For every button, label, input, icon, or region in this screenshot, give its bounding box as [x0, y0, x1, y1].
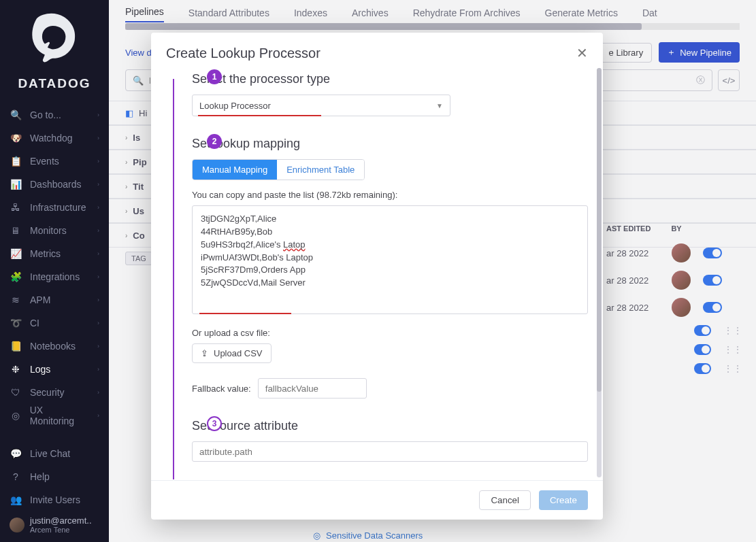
modal-title: Create Lookup Processor — [166, 46, 321, 61]
processor-type-select[interactable]: Lookup Processor ▼ — [192, 95, 450, 116]
mapping-mode-segmented: Manual Mapping Enrichment Table — [192, 159, 365, 180]
mapping-textarea[interactable]: 3tjDGN2gXpT,Alice 44RtHArB95y,Bob 5u9HS3… — [192, 205, 588, 314]
step-bullet-2: 2 — [207, 134, 222, 149]
tab-enrichment-table[interactable]: Enrichment Table — [277, 160, 364, 180]
modal-footer: Cancel Create — [151, 480, 603, 520]
step2-title: Set lookup mapping — [192, 137, 588, 151]
close-icon[interactable]: ✕ — [576, 45, 588, 61]
mapping-hint: You can copy and paste the list (98.72kb… — [192, 190, 588, 200]
step3-title: Set source attribute — [192, 419, 588, 433]
upload-icon: ⇪ — [201, 348, 208, 358]
cancel-button[interactable]: Cancel — [479, 490, 531, 510]
tab-manual-mapping[interactable]: Manual Mapping — [193, 160, 277, 180]
step-line — [173, 79, 174, 479]
step-1: 1 Select the processor type Lookup Proce… — [192, 69, 588, 116]
modal-scrollbar-thumb[interactable] — [597, 68, 602, 392]
step-3: 3 Set source attribute — [192, 416, 588, 462]
step-bullet-1: 1 — [207, 69, 222, 84]
create-lookup-processor-modal: Create Lookup Processor ✕ 1 Select the p… — [151, 33, 603, 520]
step-bullet-3: 3 — [207, 416, 222, 431]
upload-hint: Or upload a csv file: — [192, 328, 588, 338]
fallback-label: Fallback value: — [192, 384, 251, 394]
step1-title: Select the processor type — [192, 72, 588, 86]
fallback-value-input[interactable] — [258, 378, 367, 399]
create-button[interactable]: Create — [539, 490, 588, 510]
source-attribute-input[interactable] — [192, 441, 588, 462]
upload-csv-button[interactable]: ⇪ Upload CSV — [192, 343, 272, 363]
chevron-down-icon: ▼ — [436, 102, 443, 109]
modal-header: Create Lookup Processor ✕ — [151, 33, 603, 65]
modal-body: 1 Select the processor type Lookup Proce… — [151, 65, 603, 480]
step-2: 2 Set lookup mapping Manual Mapping Enri… — [192, 134, 588, 399]
processor-type-value: Lookup Processor — [199, 101, 271, 111]
